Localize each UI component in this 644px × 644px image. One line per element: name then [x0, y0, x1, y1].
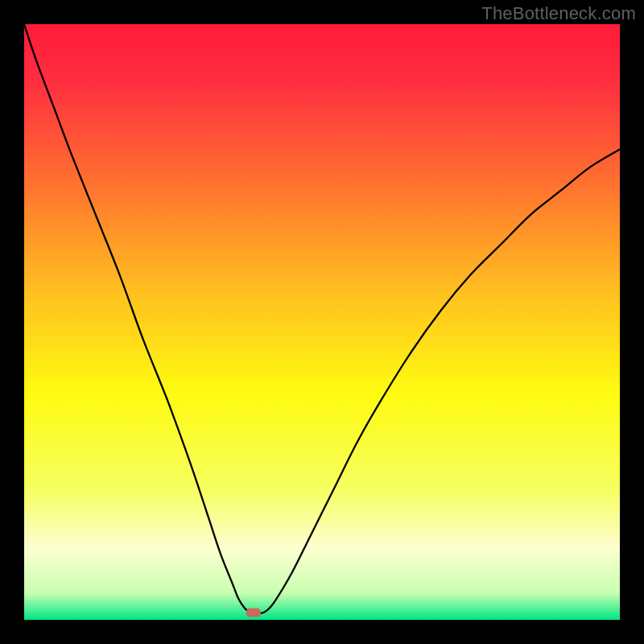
- watermark-text: TheBottleneck.com: [481, 3, 636, 24]
- bottleneck-chart: [24, 24, 620, 620]
- plot-wrapper: [24, 24, 620, 620]
- optimal-marker: [246, 609, 261, 617]
- chart-frame: TheBottleneck.com: [0, 0, 644, 644]
- gradient-background: [24, 24, 620, 620]
